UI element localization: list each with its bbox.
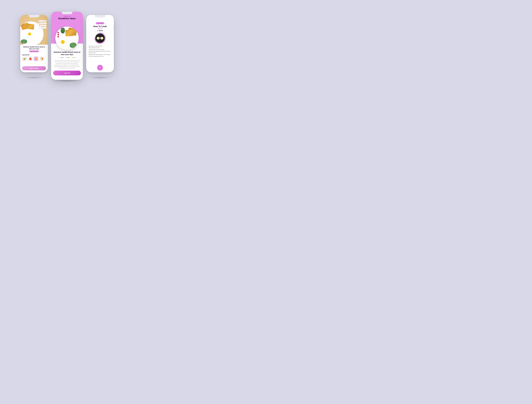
center-plate-wrap — [55, 27, 79, 50]
center-plate — [55, 27, 79, 50]
greens — [21, 39, 27, 44]
difficulty-stat: 🍽️ Easy — [59, 57, 64, 58]
phone-center-wrapper: Daily Pick Breakfast ideas — [51, 12, 83, 80]
favorite-button[interactable]: ♡ — [45, 19, 46, 21]
recipe-name: egg eyes — [88, 28, 112, 29]
berry — [40, 44, 41, 45]
center-egg — [58, 38, 67, 46]
timer-dot — [97, 30, 98, 31]
berry — [39, 44, 40, 45]
yolk-right — [101, 38, 103, 39]
ingredient-egg: 🥚 — [34, 57, 38, 61]
ingredients-section: Ingredients 🥑 🍓 🥚 🍞 — [20, 53, 48, 66]
scene: ← ♡ — [0, 0, 134, 91]
timer-circle-wrap — [88, 32, 112, 44]
phone-left-image-area: ← ♡ — [20, 15, 48, 45]
time-stat: ⏱️ 20m — [65, 57, 70, 58]
instruction-2: Add the oil/butter to the pan. — [89, 47, 111, 49]
carbs-label: 🍞 carbs 19 g — [38, 25, 47, 26]
step-badge: Step 1 of 5 — [96, 22, 104, 24]
pause-icon — [99, 67, 101, 69]
center-berries — [58, 32, 59, 38]
difficulty-value: Easy — [61, 57, 64, 58]
egg-left — [97, 37, 100, 39]
instruction-5: Sprinkle a pinch of salt and pepper on t… — [89, 54, 111, 57]
center-header: Daily Pick Breakfast ideas — [56, 12, 78, 21]
breakfast-heading: Breakfast ideas — [58, 17, 76, 20]
start-cooking-button[interactable]: Start Cooking — [22, 66, 46, 70]
toast-2 — [27, 24, 34, 29]
phone-center-shadow — [54, 80, 80, 82]
phone-right-nav: ← — [88, 19, 112, 21]
how-to-cook-title: How To Cook — [88, 25, 112, 28]
difficulty-icon: 🍽️ — [59, 57, 60, 58]
lets-try-button[interactable]: Lets Try — [53, 71, 81, 75]
description-text: If you prefer muesli in the morning, the… — [53, 60, 81, 69]
ingredient-bread: 🍞 — [39, 57, 44, 61]
center-greens — [70, 43, 77, 48]
egg-right — [100, 37, 103, 39]
stats-row: 🍽️ Easy ⏱️ 20m ⭐ 4.8 — [59, 57, 75, 58]
egg — [26, 31, 33, 37]
instruction-1: Heat a pan over medium low heat. ... — [89, 45, 111, 47]
yolk-left — [97, 38, 99, 39]
fat-label: 🧈 fat 10 g — [38, 27, 47, 29]
badge-wrap: Dish Of The Day — [22, 50, 46, 52]
berries — [38, 44, 41, 45]
star-icon: ⭐ — [72, 57, 73, 58]
center-dish-title: Hazelnut vanilla french toast to start y… — [53, 51, 81, 56]
time-value: 20m — [67, 57, 70, 58]
phone-right-wrapper: ← Step 1 of 5 How To Cook egg eyes 09:30 — [86, 15, 114, 76]
step-badge-wrap: Step 1 of 5 — [88, 22, 112, 25]
ingredients-title: Ingredients — [22, 54, 46, 56]
ingredient-avocado: 🥑 — [22, 57, 27, 61]
dish-title-left: Hazelnut vanilla french toast to start y… — [22, 46, 46, 50]
rating-stat: ⭐ 4.8 — [72, 57, 75, 58]
ingredients-list: 🥑 🍓 🥚 🍞 — [22, 57, 46, 61]
center-berry — [58, 32, 59, 33]
protein-label: 🥜 protein 30 g — [38, 23, 47, 24]
phone-center-top: Daily Pick Breakfast ideas — [51, 12, 83, 44]
ingredient-strawberry: 🍓 — [28, 57, 32, 61]
nut-icon: 🥜 — [39, 23, 40, 24]
phone-center: Daily Pick Breakfast ideas — [51, 12, 83, 80]
instruction-3: After about 10 seconds, crack the egg. — [89, 49, 111, 50]
carbs-icon: 🍞 — [39, 25, 40, 26]
rating-value: 4.8 — [74, 57, 75, 58]
instructions-list: Heat a pan over medium low heat. ... Add… — [88, 45, 112, 57]
center-avocado — [61, 28, 65, 33]
timer-circle — [94, 32, 106, 44]
daily-pick-label: Daily Pick — [58, 16, 76, 17]
egg-yolk — [28, 32, 31, 36]
pause-wrap — [88, 65, 112, 70]
phone-left: ← ♡ — [20, 15, 48, 72]
egg-eyes-image — [95, 33, 105, 43]
instruction-4: Hold the cracked eggs about 2 inches fro… — [89, 50, 111, 54]
berry — [38, 44, 38, 45]
pause-button[interactable] — [97, 65, 103, 70]
timer-display: 09:30 — [88, 30, 112, 32]
phone-left-nav: ← ♡ — [20, 18, 48, 21]
center-toast-2 — [65, 29, 74, 37]
phone-right: ← Step 1 of 5 How To Cook egg eyes 09:30 — [86, 15, 114, 72]
phone-right-shadow — [89, 76, 111, 79]
timer-value: 09:30 — [99, 30, 103, 32]
egg-eyes-inner — [97, 37, 103, 39]
back-button-left[interactable]: ← — [22, 19, 24, 21]
center-berry — [58, 34, 59, 35]
phone-left-wrapper: ← ♡ — [20, 15, 48, 76]
title-area: Hazelnut vanilla french toast to start y… — [20, 45, 48, 53]
fat-icon: 🧈 — [39, 27, 40, 28]
dish-of-day-badge: Dish Of The Day — [29, 50, 39, 52]
phone-right-inner: ← Step 1 of 5 How To Cook egg eyes 09:30 — [86, 15, 114, 72]
phone-left-shadow — [23, 76, 45, 79]
center-berry — [58, 36, 59, 38]
center-yolk — [61, 40, 65, 44]
back-button-right[interactable]: ← — [88, 19, 90, 21]
clock-icon: ⏱️ — [65, 57, 67, 58]
